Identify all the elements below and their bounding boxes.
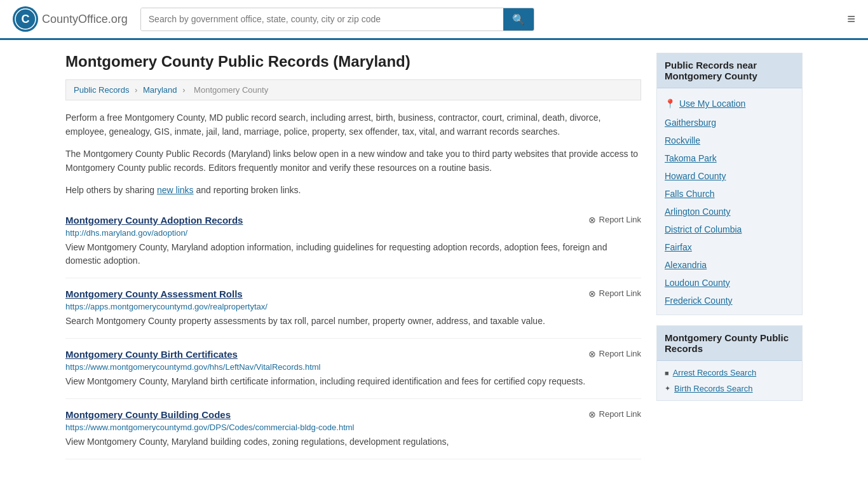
record-entry: Montgomery County Adoption Records ⊗ Rep… xyxy=(65,205,641,278)
records-container: Montgomery County Adoption Records ⊗ Rep… xyxy=(65,205,641,459)
logo[interactable]: C CountyOffice.org xyxy=(13,6,128,32)
record-url[interactable]: https://www.montgomerycountymd.gov/DPS/C… xyxy=(65,423,641,432)
logo-text: CountyOffice.org xyxy=(42,13,128,26)
record-title-link[interactable]: Montgomery County Birth Certificates xyxy=(65,349,238,360)
records-list: ■ Arrest Records Search ✦ Birth Records … xyxy=(657,361,802,400)
record-bullet-icon: ■ xyxy=(665,369,669,377)
record-url[interactable]: http://dhs.maryland.gov/adoption/ xyxy=(65,228,641,238)
nearby-item-link[interactable]: Howard County xyxy=(665,171,726,181)
report-link-icon: ⊗ xyxy=(588,215,596,225)
record-entry: Montgomery County Building Codes ⊗ Repor… xyxy=(65,399,641,459)
report-link-label: Report Link xyxy=(599,409,641,419)
sidebar-record-link[interactable]: Birth Records Search xyxy=(674,384,753,393)
record-title-row: Montgomery County Assessment Rolls ⊗ Rep… xyxy=(65,288,641,299)
nearby-item: Takoma Park xyxy=(657,149,802,167)
nearby-item-link[interactable]: Fairfax xyxy=(665,242,692,252)
page-title: Montgomery County Public Records (Maryla… xyxy=(65,53,641,71)
record-desc: View Montgomery County, Maryland birth c… xyxy=(65,375,641,388)
nearby-item: Frederick County xyxy=(657,292,802,309)
report-link-button[interactable]: ⊗ Report Link xyxy=(588,349,641,359)
report-link-label: Report Link xyxy=(599,215,641,224)
record-title-row: Montgomery County Birth Certificates ⊗ R… xyxy=(65,349,641,360)
report-link-button[interactable]: ⊗ Report Link xyxy=(588,288,641,299)
record-title-row: Montgomery County Building Codes ⊗ Repor… xyxy=(65,409,641,420)
nearby-section: Public Records near Montgomery County 📍 … xyxy=(656,53,803,315)
nearby-item: Gaithersburg xyxy=(657,114,802,132)
nearby-item-link[interactable]: Rockville xyxy=(665,135,700,146)
sidebar-record-item: ✦ Birth Records Search xyxy=(657,381,802,396)
content-area: Montgomery County Public Records (Maryla… xyxy=(65,53,641,459)
record-entry: Montgomery County Birth Certificates ⊗ R… xyxy=(65,339,641,399)
record-title-link[interactable]: Montgomery County Adoption Records xyxy=(65,215,243,226)
record-url[interactable]: https://apps.montgomerycountymd.gov/real… xyxy=(65,302,641,311)
breadcrumb-public-records[interactable]: Public Records xyxy=(74,85,129,95)
report-link-label: Report Link xyxy=(599,288,641,298)
nearby-section-title: Public Records near Montgomery County xyxy=(657,53,802,88)
logo-icon: C xyxy=(13,6,38,32)
record-desc: Search Montgomery County property assess… xyxy=(65,315,641,328)
nearby-item-link[interactable]: Frederick County xyxy=(665,295,733,306)
nearby-list: 📍 Use My Location GaithersburgRockvilleT… xyxy=(657,88,802,315)
intro-paragraph-2: The Montgomery County Public Records (Ma… xyxy=(65,147,641,175)
main-container: Montgomery County Public Records (Maryla… xyxy=(53,40,815,472)
nearby-item-link[interactable]: Loudoun County xyxy=(665,278,730,288)
nearby-item: District of Columbia xyxy=(657,220,802,238)
report-link-label: Report Link xyxy=(599,349,641,358)
nearby-item-link[interactable]: Takoma Park xyxy=(665,153,717,163)
report-link-button[interactable]: ⊗ Report Link xyxy=(588,215,641,225)
nearby-item-link[interactable]: Falls Church xyxy=(665,189,715,199)
nearby-item: Arlington County xyxy=(657,203,802,220)
new-links-link[interactable]: new links xyxy=(157,185,194,195)
search-input[interactable] xyxy=(141,8,503,30)
nearby-item-link[interactable]: Gaithersburg xyxy=(665,118,716,128)
use-my-location-item[interactable]: 📍 Use My Location xyxy=(657,93,802,114)
breadcrumb-separator-1: › xyxy=(135,85,137,95)
location-pin-icon: 📍 xyxy=(665,98,675,109)
record-url[interactable]: https://www.montgomerycountymd.gov/hhs/L… xyxy=(65,362,641,372)
report-link-icon: ⊗ xyxy=(588,409,596,419)
intro-paragraph-1: Perform a free Montgomery County, MD pub… xyxy=(65,111,641,139)
breadcrumb-maryland[interactable]: Maryland xyxy=(143,85,177,95)
nearby-item: Rockville xyxy=(657,132,802,149)
breadcrumb: Public Records › Maryland › Montgomery C… xyxy=(65,79,641,100)
header: C CountyOffice.org 🔍 ≡ xyxy=(0,0,868,40)
nearby-item: Loudoun County xyxy=(657,274,802,292)
records-links-container: ■ Arrest Records Search ✦ Birth Records … xyxy=(657,365,802,396)
report-link-icon: ⊗ xyxy=(588,349,596,359)
sidebar-record-link[interactable]: Arrest Records Search xyxy=(673,368,757,377)
search-button[interactable]: 🔍 xyxy=(503,8,534,30)
records-section-title: Montgomery County Public Records xyxy=(657,326,802,361)
sidebar: Public Records near Montgomery County 📍 … xyxy=(656,53,803,459)
records-section: Montgomery County Public Records ■ Arres… xyxy=(656,325,803,401)
nearby-item: Alexandria xyxy=(657,256,802,274)
breadcrumb-separator-2: › xyxy=(182,85,185,95)
record-title-row: Montgomery County Adoption Records ⊗ Rep… xyxy=(65,215,641,226)
report-link-button[interactable]: ⊗ Report Link xyxy=(588,409,641,419)
record-desc: View Montgomery County, Maryland buildin… xyxy=(65,435,641,449)
svg-text:C: C xyxy=(22,13,30,25)
record-desc: View Montgomery County, Maryland adoptio… xyxy=(65,241,641,268)
record-title-link[interactable]: Montgomery County Assessment Rolls xyxy=(65,288,243,299)
nearby-item: Fairfax xyxy=(657,238,802,256)
report-link-icon: ⊗ xyxy=(588,288,596,299)
nearby-item-link[interactable]: Alexandria xyxy=(665,260,707,270)
record-entry: Montgomery County Assessment Rolls ⊗ Rep… xyxy=(65,278,641,339)
use-my-location-link[interactable]: Use My Location xyxy=(679,98,745,109)
nearby-item: Howard County xyxy=(657,167,802,185)
record-bullet-icon: ✦ xyxy=(665,384,670,393)
nearby-items-container: GaithersburgRockvilleTakoma ParkHoward C… xyxy=(657,114,802,309)
sidebar-record-item: ■ Arrest Records Search xyxy=(657,365,802,381)
nearby-item-link[interactable]: Arlington County xyxy=(665,207,731,217)
record-title-link[interactable]: Montgomery County Building Codes xyxy=(65,409,231,420)
search-bar: 🔍 xyxy=(140,8,534,31)
nearby-item: Falls Church xyxy=(657,185,802,203)
intro-paragraph-3: Help others by sharing new links and rep… xyxy=(65,183,641,197)
nearby-item-link[interactable]: District of Columbia xyxy=(665,224,742,234)
hamburger-menu-icon[interactable]: ≡ xyxy=(847,11,855,27)
breadcrumb-montgomery: Montgomery County xyxy=(194,85,268,95)
